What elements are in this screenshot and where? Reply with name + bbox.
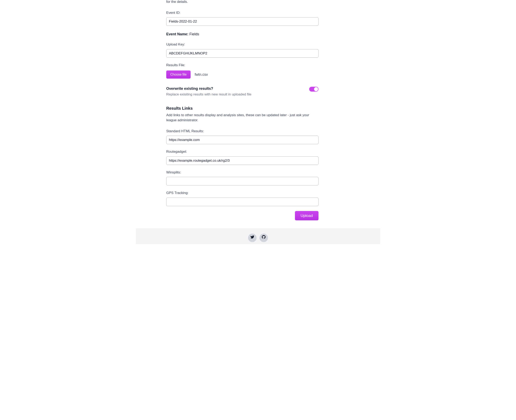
twitter-icon: [250, 235, 254, 240]
upload-button[interactable]: Upload: [295, 211, 318, 220]
winsplits-label: Winsplits:: [166, 170, 318, 175]
standard-results-label: Standard HTML Results:: [166, 128, 318, 134]
results-file-label: Results File:: [166, 63, 318, 68]
results-links-desc: Add links to other results display and a…: [166, 112, 318, 123]
event-id-label: Event ID:: [166, 10, 318, 15]
upload-key-field: Upload Key:: [166, 42, 318, 58]
event-name-row: Event Name: Fields: [166, 31, 318, 37]
github-icon: [262, 235, 266, 240]
event-name-label: Event Name:: [166, 32, 188, 36]
gps-tracking-label: GPS Tracking:: [166, 190, 318, 195]
event-id-field: Event ID:: [166, 10, 318, 26]
overwrite-toggle-row: Overwrite existing results? Replace exis…: [166, 86, 318, 97]
chosen-file-name: fwtn.csv: [195, 72, 208, 77]
intro-text-fragment: for the details.: [166, 0, 318, 4]
choose-file-button[interactable]: Choose file: [166, 70, 191, 79]
github-link[interactable]: [259, 233, 268, 242]
standard-results-input[interactable]: [166, 136, 318, 144]
routegadget-field: Routegadget:: [166, 149, 318, 165]
event-id-input[interactable]: [166, 17, 318, 26]
upload-key-input[interactable]: [166, 49, 318, 58]
routegadget-label: Routegadget:: [166, 149, 318, 154]
routegadget-input[interactable]: [166, 156, 318, 165]
overwrite-desc: Replace exisiting results with new resul…: [166, 92, 305, 97]
results-file-field: Results File: Choose file fwtn.csv: [166, 63, 318, 79]
toggle-knob: [314, 87, 318, 91]
twitter-link[interactable]: [248, 233, 257, 242]
winsplits-input[interactable]: [166, 177, 318, 185]
footer: [136, 228, 380, 244]
gps-tracking-input[interactable]: [166, 198, 318, 206]
winsplits-field: Winsplits:: [166, 170, 318, 186]
gps-tracking-field: GPS Tracking:: [166, 190, 318, 206]
upload-key-label: Upload Key:: [166, 42, 318, 47]
event-name-value: Fields: [189, 32, 199, 36]
overwrite-toggle[interactable]: [309, 87, 318, 92]
results-links-title: Results Links: [166, 105, 318, 111]
overwrite-title: Overwrite existing results?: [166, 86, 305, 91]
standard-results-field: Standard HTML Results:: [166, 128, 318, 144]
